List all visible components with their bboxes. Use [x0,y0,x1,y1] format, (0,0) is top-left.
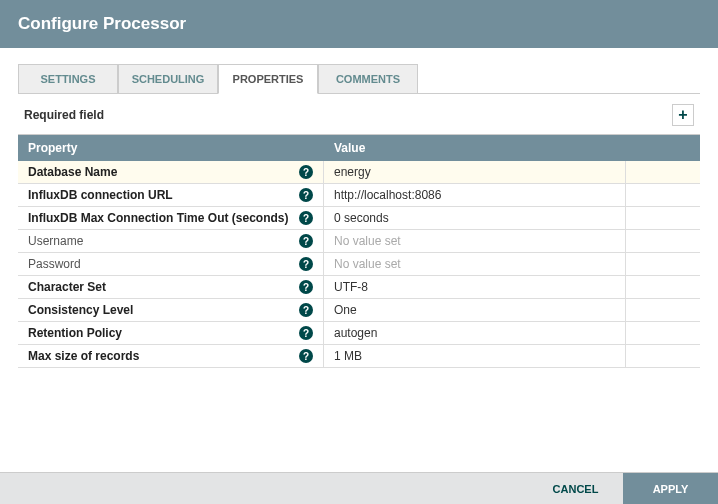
table-row[interactable]: InfluxDB Max Connection Time Out (second… [18,207,700,230]
property-value-cell[interactable]: No value set [324,230,626,252]
help-icon[interactable]: ? [299,303,313,317]
property-action-cell [626,207,700,229]
property-name: Password [28,257,81,271]
property-name: Username [28,234,83,248]
dialog-header: Configure Processor [0,0,718,48]
property-action-cell [626,322,700,344]
property-action-cell [626,253,700,275]
help-icon[interactable]: ? [299,326,313,340]
properties-subheader: Required field + [18,94,700,135]
column-header-value: Value [324,135,700,161]
property-value: No value set [334,257,401,271]
property-value: 0 seconds [334,211,389,225]
help-icon[interactable]: ? [299,211,313,225]
property-name: Retention Policy [28,326,122,340]
property-value-cell[interactable]: One [324,299,626,321]
property-value: 1 MB [334,349,362,363]
tab-settings[interactable]: SETTINGS [18,64,118,93]
table-row[interactable]: Consistency Level ? One [18,299,700,322]
properties-table-header: Property Value [18,135,700,161]
dialog-content: SETTINGS SCHEDULING PROPERTIES COMMENTS … [0,48,718,368]
property-name: InfluxDB connection URL [28,188,173,202]
property-name-cell: Password ? [18,253,324,275]
property-name-cell: Consistency Level ? [18,299,324,321]
help-icon[interactable]: ? [299,280,313,294]
help-icon[interactable]: ? [299,188,313,202]
cancel-button[interactable]: CANCEL [528,473,623,504]
help-icon[interactable]: ? [299,257,313,271]
property-action-cell [626,345,700,367]
dialog-footer: CANCEL APPLY [0,472,718,504]
column-header-property: Property [18,135,324,161]
property-name: Character Set [28,280,106,294]
property-action-cell [626,299,700,321]
property-value-cell[interactable]: UTF-8 [324,276,626,298]
help-icon[interactable]: ? [299,165,313,179]
property-action-cell [626,230,700,252]
property-name: Max size of records [28,349,139,363]
property-action-cell [626,161,700,183]
table-row[interactable]: Database Name ? energy [18,161,700,184]
property-value-cell[interactable]: No value set [324,253,626,275]
property-name-cell: InfluxDB Max Connection Time Out (second… [18,207,324,229]
property-value: energy [334,165,371,179]
table-row[interactable]: Max size of records ? 1 MB [18,345,700,368]
property-name-cell: InfluxDB connection URL ? [18,184,324,206]
table-row[interactable]: Retention Policy ? autogen [18,322,700,345]
tab-properties[interactable]: PROPERTIES [218,64,318,94]
add-property-button[interactable]: + [672,104,694,126]
tab-comments[interactable]: COMMENTS [318,64,418,93]
help-icon[interactable]: ? [299,349,313,363]
property-value-cell[interactable]: autogen [324,322,626,344]
property-value: http://localhost:8086 [334,188,441,202]
help-icon[interactable]: ? [299,234,313,248]
table-row[interactable]: Password ? No value set [18,253,700,276]
tabs-bar: SETTINGS SCHEDULING PROPERTIES COMMENTS [18,64,700,94]
tab-scheduling[interactable]: SCHEDULING [118,64,218,93]
property-name: Database Name [28,165,117,179]
property-value-cell[interactable]: http://localhost:8086 [324,184,626,206]
properties-table-body: Database Name ? energy InfluxDB connecti… [18,161,700,368]
table-row[interactable]: Username ? No value set [18,230,700,253]
property-action-cell [626,184,700,206]
property-name-cell: Retention Policy ? [18,322,324,344]
property-name-cell: Username ? [18,230,324,252]
property-value: One [334,303,357,317]
property-name-cell: Database Name ? [18,161,324,183]
table-row[interactable]: InfluxDB connection URL ? http://localho… [18,184,700,207]
plus-icon: + [678,106,687,124]
property-name-cell: Character Set ? [18,276,324,298]
dialog-title: Configure Processor [18,14,700,34]
property-value: No value set [334,234,401,248]
required-field-label: Required field [24,108,104,122]
property-value-cell[interactable]: 1 MB [324,345,626,367]
property-value-cell[interactable]: energy [324,161,626,183]
property-name: Consistency Level [28,303,133,317]
property-value: autogen [334,326,377,340]
property-name-cell: Max size of records ? [18,345,324,367]
property-value: UTF-8 [334,280,368,294]
property-value-cell[interactable]: 0 seconds [324,207,626,229]
apply-button[interactable]: APPLY [623,473,718,504]
property-action-cell [626,276,700,298]
property-name: InfluxDB Max Connection Time Out (second… [28,211,288,225]
table-row[interactable]: Character Set ? UTF-8 [18,276,700,299]
